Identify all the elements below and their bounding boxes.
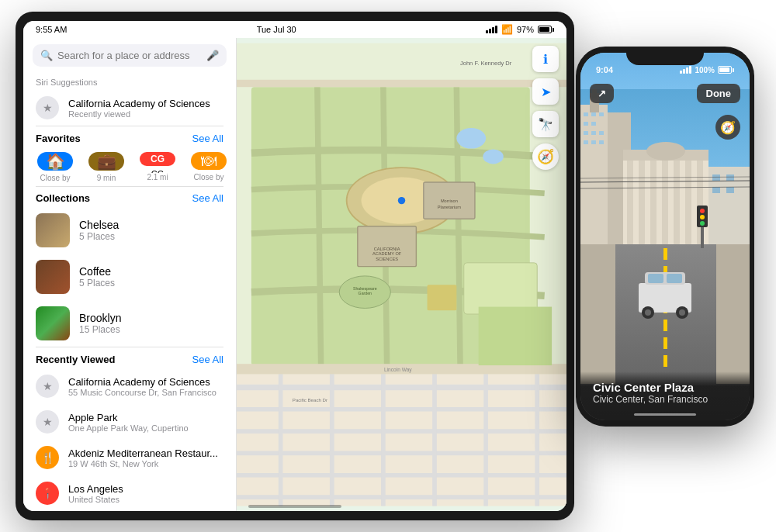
svg-rect-69 (580, 244, 619, 384)
iphone-compass-button[interactable]: 🧭 (715, 115, 740, 140)
svg-rect-55 (627, 159, 633, 244)
svg-point-33 (483, 150, 503, 164)
fav-item-shake[interactable]: 🍽 Shake Sh... Close by (186, 152, 231, 181)
iphone-battery-icon (718, 66, 734, 74)
favorites-section-title: Favorites (36, 133, 81, 144)
svg-rect-51 (584, 140, 588, 144)
svg-rect-72 (663, 248, 667, 260)
favorites-see-all[interactable]: See All (192, 133, 223, 144)
svg-point-63 (646, 142, 685, 161)
battery-percent: 97% (517, 25, 534, 34)
svg-rect-85 (648, 274, 663, 283)
svg-point-37 (398, 197, 405, 204)
iphone-device: 9:04 100% (576, 47, 754, 427)
svg-rect-78 (663, 355, 667, 367)
iphone-back-button[interactable]: ↗ (590, 84, 614, 103)
iphone-screen: 9:04 100% (580, 53, 750, 420)
iphone-notch (626, 47, 704, 65)
info-button[interactable]: ℹ (532, 46, 559, 72)
svg-rect-35 (428, 285, 457, 310)
collection-thumb-brooklyn (36, 306, 70, 340)
recent-info-1: Apple Park One Apple Park Way, Cupertino (68, 412, 189, 433)
compass-button[interactable]: 🧭 (532, 143, 559, 170)
collection-thumb-chelsea (36, 213, 70, 247)
iphone-battery-text: 100% (695, 66, 715, 74)
svg-rect-16 (237, 373, 566, 506)
ipad-time: 9:55 AM (36, 25, 67, 34)
recent-icon-2: 🍴 (36, 446, 59, 469)
fav-icon-shake: 🍽 (191, 152, 227, 170)
svg-rect-47 (591, 122, 596, 126)
svg-rect-68 (726, 187, 734, 193)
recent-item-2[interactable]: 🍴 Akdeniz Mediterranean Restaur... 19 W … (23, 440, 236, 475)
collection-name-brooklyn: Brooklyn (79, 312, 121, 324)
iphone-home-indicator (634, 413, 696, 416)
svg-rect-76 (663, 320, 667, 331)
svg-text:CALIFORNIA: CALIFORNIA (374, 247, 400, 251)
svg-rect-34 (479, 307, 552, 366)
street-view-image: Civic Center Plaza Civic Center, San Fra… (580, 53, 750, 420)
signal-icon (486, 26, 497, 33)
collection-item-brooklyn[interactable]: Brooklyn 15 Places (23, 300, 236, 347)
scene: 9:55 AM Tue Jul 30 📶 97% (0, 0, 776, 532)
svg-rect-49 (591, 131, 596, 135)
siri-star-icon: ★ (36, 96, 59, 119)
fav-item-work[interactable]: 💼 Work 9 min (84, 152, 129, 181)
fav-item-cg[interactable]: CG CG 2.1 mi (135, 152, 180, 181)
fav-item-home[interactable]: 🏠 Home Close by (33, 152, 78, 181)
collection-name-coffee: Coffee (79, 265, 115, 278)
recent-item-0[interactable]: ★ California Academy of Sciences 55 Musi… (23, 368, 236, 404)
collections-see-all[interactable]: See All (192, 192, 223, 204)
fav-icon-home: 🏠 (37, 152, 73, 171)
collection-name-chelsea: Chelsea (79, 219, 119, 231)
ipad-date: Tue Jul 30 (257, 25, 296, 34)
svg-point-96 (700, 209, 705, 213)
recent-name-0: California Academy of Sciences (68, 376, 217, 388)
svg-rect-60 (685, 159, 691, 244)
recent-address-0: 55 Music Concourse Dr, San Francisco (68, 388, 217, 397)
svg-point-98 (700, 221, 705, 226)
collection-count-brooklyn: 15 Places (79, 324, 121, 335)
recent-icon-3: 📍 (36, 482, 59, 505)
collection-count-coffee: 5 Places (79, 278, 115, 288)
search-input[interactable] (57, 50, 202, 61)
siri-text: California Academy of Sciences Recently … (68, 98, 210, 119)
iphone-signal-icon (680, 66, 691, 74)
map-background: CALIFORNIA ACADEMY OF SCIENCES Morrison … (237, 38, 566, 511)
mic-icon[interactable]: 🎤 (206, 50, 219, 61)
svg-rect-67 (712, 187, 720, 193)
collection-info-coffee: Coffee 5 Places (79, 265, 115, 288)
sidebar: 🔍 🎤 Siri Suggestions ★ California Academ… (23, 38, 237, 511)
recently-viewed-see-all[interactable]: See All (192, 354, 223, 365)
collection-item-coffee[interactable]: Coffee 5 Places (23, 254, 236, 300)
search-bar[interactable]: 🔍 🎤 (33, 44, 227, 67)
iphone-done-button[interactable]: Done (697, 84, 741, 103)
fav-sublabel-cg: 2.1 mi (147, 173, 168, 181)
ipad-content: 🔍 🎤 Siri Suggestions ★ California Academ… (23, 38, 566, 511)
recent-item-1[interactable]: ★ Apple Park One Apple Park Way, Cuperti… (23, 404, 236, 440)
svg-text:Lincoln Way: Lincoln Way (384, 367, 412, 373)
recent-icon-1: ★ (36, 410, 59, 434)
svg-point-89 (645, 309, 651, 316)
binoculars-button[interactable]: 🔭 (532, 111, 559, 137)
svg-rect-59 (674, 159, 680, 244)
recent-address-1: One Apple Park Way, Cupertino (68, 423, 189, 433)
svg-text:SCIENCES: SCIENCES (376, 257, 398, 261)
svg-point-32 (456, 128, 486, 148)
recent-info-0: California Academy of Sciences 55 Music … (68, 376, 217, 397)
siri-section-label: Siri Suggestions (23, 73, 236, 90)
svg-point-97 (700, 215, 705, 219)
battery-icon (538, 26, 554, 33)
location-button[interactable]: ➤ (532, 78, 559, 105)
recent-name-3: Los Angeles (68, 483, 123, 495)
iphone-status-icons: 100% (680, 66, 734, 74)
svg-text:Morrison: Morrison (441, 199, 458, 203)
collection-info-chelsea: Chelsea 5 Places (79, 219, 119, 242)
map-area[interactable]: CALIFORNIA ACADEMY OF SCIENCES Morrison … (237, 38, 566, 511)
recent-item-3[interactable]: 📍 Los Angeles United States (23, 475, 236, 511)
svg-text:John F. Kennedy Dr: John F. Kennedy Dr (460, 60, 512, 67)
svg-rect-77 (663, 337, 667, 349)
svg-rect-43 (584, 112, 588, 116)
collection-item-chelsea[interactable]: Chelsea 5 Places (23, 207, 236, 254)
siri-suggestion-item[interactable]: ★ California Academy of Sciences Recentl… (23, 90, 236, 126)
